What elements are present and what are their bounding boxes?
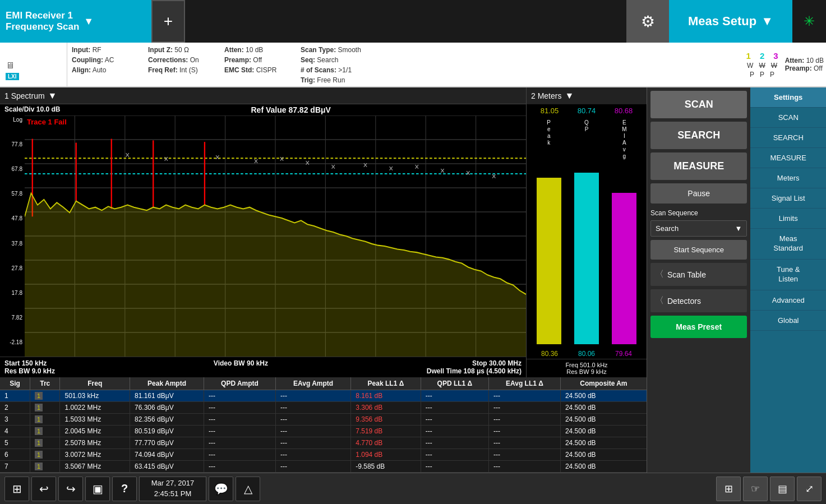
table-row[interactable]: 5 1 2.5078 MHz 77.770 dBμV --- --- 4.770… bbox=[0, 437, 647, 449]
cell-eavg: --- bbox=[275, 402, 350, 414]
cell-trc: 1 bbox=[30, 437, 60, 449]
scale-type-label: Log bbox=[13, 117, 22, 123]
meters-bottom-values: 80.36 80.06 79.64 bbox=[527, 349, 647, 359]
spectrum-footer: Start 150 kHz Res BW 9.0 kHz Video BW 90… bbox=[0, 357, 526, 377]
cell-qpd: --- bbox=[204, 461, 276, 473]
data-table: Sig Trc Freq Peak Amptd QPD Amptd EAvg A… bbox=[0, 377, 647, 473]
touch-icon: ☞ bbox=[751, 483, 760, 495]
spectrum-dropdown-arrow[interactable]: ▼ bbox=[48, 91, 57, 101]
meters-bars: Peak QP EMIAvg bbox=[527, 117, 647, 349]
cell-qpd-ll1: --- bbox=[421, 437, 488, 449]
sidebar-item-signal-list[interactable]: Signal List bbox=[750, 188, 826, 209]
sidebar-item-measure[interactable]: MEASURE bbox=[750, 148, 826, 168]
cell-freq: 1.5033 MHz bbox=[60, 414, 130, 426]
cell-peak: 82.356 dBμV bbox=[130, 414, 204, 426]
app-title-line2: Frequency Scan bbox=[6, 21, 79, 33]
touch-button[interactable]: ☞ bbox=[743, 477, 768, 501]
pause-button[interactable]: Pause bbox=[650, 183, 747, 204]
cell-eavg: --- bbox=[275, 414, 350, 426]
ind1-p: P bbox=[750, 71, 754, 78]
table-row[interactable]: 7 1 3.5067 MHz 63.415 dBμV --- --- -9.58… bbox=[0, 461, 647, 473]
search-button[interactable]: SEARCH bbox=[650, 122, 747, 149]
trace-indicators: 1 2 3 W W W P P P bbox=[742, 43, 783, 86]
table-row[interactable]: 2 1 1.0022 MHz 76.306 dBμV --- --- 3.306… bbox=[0, 402, 647, 414]
sidebar-item-settings[interactable]: Settings bbox=[750, 87, 826, 108]
meters-freq-info: Freq 501.0 kHz Res BW 9 kHz bbox=[527, 359, 647, 377]
forward-button[interactable]: ↪ bbox=[58, 477, 83, 501]
cell-peak: 77.770 dBμV bbox=[130, 437, 204, 449]
cell-qpd-ll1: --- bbox=[421, 402, 488, 414]
meter-bottom-2: 80.06 bbox=[578, 350, 595, 358]
status-atten-right: Atten: 10 dB Preamp: Off bbox=[783, 43, 826, 86]
cell-qpd: --- bbox=[204, 402, 276, 414]
chat-button[interactable]: 💬 bbox=[209, 477, 233, 501]
cell-peak-ll1: -9.585 dB bbox=[351, 461, 421, 473]
spectrum-scale-row: Scale/Div 10.0 dB Ref Value 87.82 dBμV bbox=[0, 104, 526, 115]
measure-button[interactable]: MEASURE bbox=[650, 152, 747, 180]
help-button[interactable]: ? bbox=[112, 477, 137, 501]
col-peak-ll1: Peak LL1 Δ bbox=[351, 377, 421, 390]
meters-freq: Freq 501.0 kHz bbox=[565, 362, 607, 368]
triangle-button[interactable]: △ bbox=[236, 477, 260, 501]
cell-comp: 24.500 dB bbox=[560, 461, 647, 473]
ind1-w: W bbox=[747, 62, 753, 70]
cell-trc: 1 bbox=[30, 449, 60, 461]
sidebar-item-advanced[interactable]: Advanced bbox=[750, 290, 826, 311]
screenshot-icon: ▣ bbox=[93, 482, 103, 496]
windows-button[interactable]: ⊞ bbox=[4, 477, 29, 501]
detectors-button[interactable]: 〈 Detectors bbox=[650, 289, 747, 312]
svg-text:×: × bbox=[279, 154, 284, 164]
grid-layout-button[interactable]: ⊞ bbox=[716, 477, 741, 501]
table-row[interactable]: 6 1 3.0072 MHz 74.094 dBμV --- --- 1.094… bbox=[0, 449, 647, 461]
cell-peak: 81.161 dBμV bbox=[130, 390, 204, 402]
sidebar-item-meters[interactable]: Meters bbox=[750, 168, 826, 188]
start-sequence-button[interactable]: Start Sequence bbox=[650, 240, 747, 260]
cell-qpd: --- bbox=[204, 449, 276, 461]
meas-setup-label: Meas Setup bbox=[688, 14, 756, 29]
cell-freq: 3.5067 MHz bbox=[60, 461, 130, 473]
datetime-display: Mar 27, 2017 2:45:51 PM bbox=[139, 477, 206, 501]
settings-gear-button[interactable]: ⚙ bbox=[626, 0, 669, 43]
sidebar-item-limits[interactable]: Limits bbox=[750, 209, 826, 229]
sidebar-item-meas-standard[interactable]: MeasStandard bbox=[750, 229, 826, 260]
col-sig: Sig bbox=[0, 377, 30, 390]
panel-layout-button[interactable]: ▤ bbox=[770, 477, 795, 501]
ind1-num: 1 bbox=[746, 51, 751, 61]
table-row[interactable]: 1 1 501.03 kHz 81.161 dBμV --- --- 8.161… bbox=[0, 390, 647, 402]
top-bar: EMI Receiver 1 Frequency Scan ▼ + ⚙ Meas… bbox=[0, 0, 826, 43]
peak-bar-wrap: Peak bbox=[531, 119, 566, 344]
panel-layout-icon: ▤ bbox=[778, 483, 787, 495]
sidebar-item-tune-listen[interactable]: Tune &Listen bbox=[750, 260, 826, 290]
scan-sequence-dropdown[interactable]: Search ▼ bbox=[650, 220, 747, 237]
add-tab-button[interactable]: + bbox=[151, 0, 185, 43]
qp-label: QP bbox=[584, 119, 589, 133]
svg-text:×: × bbox=[215, 152, 220, 163]
sidebar-item-global[interactable]: Global bbox=[750, 311, 826, 331]
meas-preset-button[interactable]: Meas Preset bbox=[650, 316, 747, 338]
scan-button[interactable]: SCAN bbox=[650, 91, 747, 118]
meter-val-3: 80.68 bbox=[615, 107, 633, 115]
meters-panel-title: 2 Meters bbox=[531, 91, 561, 100]
cell-peak: 80.519 dBμV bbox=[130, 426, 204, 437]
table-row[interactable]: 3 1 1.5033 MHz 82.356 dBμV --- --- 9.356… bbox=[0, 414, 647, 426]
scan-sequence-value: Search bbox=[656, 224, 679, 233]
screenshot-button[interactable]: ▣ bbox=[85, 477, 110, 501]
sidebar-item-scan[interactable]: SCAN bbox=[750, 108, 826, 128]
title-dropdown-arrow[interactable]: ▼ bbox=[84, 16, 94, 27]
back-button[interactable]: ↩ bbox=[31, 477, 56, 501]
scan-table-button[interactable]: 〈 Scan Table bbox=[650, 263, 747, 286]
cell-eavg-ll1: --- bbox=[489, 390, 561, 402]
ind2-w: W bbox=[759, 62, 765, 70]
cell-freq: 2.0045 MHz bbox=[60, 426, 130, 437]
svg-text:×: × bbox=[389, 163, 393, 174]
app-title-line1: EMI Receiver 1 bbox=[6, 10, 79, 21]
meters-dropdown-arrow[interactable]: ▼ bbox=[565, 91, 574, 101]
expand-button[interactable]: ⤢ bbox=[797, 477, 822, 501]
ind2-p: P bbox=[760, 71, 764, 78]
sidebar-item-search[interactable]: SEARCH bbox=[750, 128, 826, 148]
cell-eavg-ll1: --- bbox=[489, 437, 561, 449]
table-row[interactable]: 4 1 2.0045 MHz 80.519 dBμV --- --- 7.519… bbox=[0, 426, 647, 437]
meas-setup-button[interactable]: Meas Setup ▼ bbox=[669, 0, 792, 43]
status-col-1: Input: RF Coupling: AC Align: Auto bbox=[72, 45, 139, 75]
cell-eavg: --- bbox=[275, 449, 350, 461]
